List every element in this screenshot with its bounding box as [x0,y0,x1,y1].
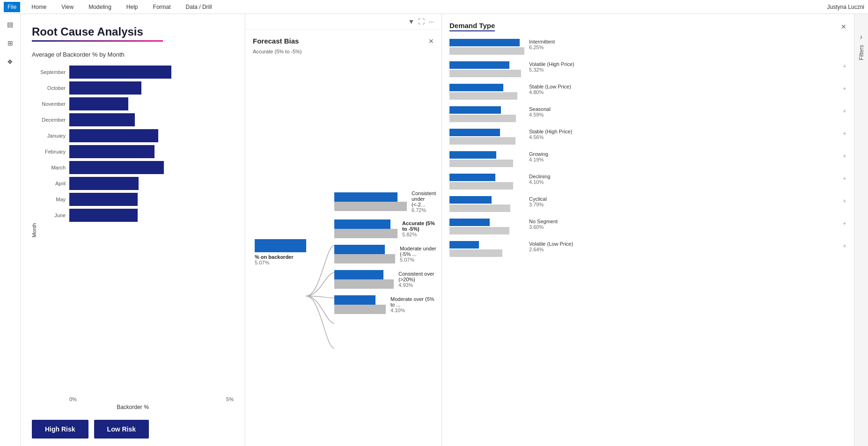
x-label-0: 0% [69,396,77,402]
tab-help[interactable]: Help [123,2,142,12]
button-row: High Risk Low Risk [32,420,234,439]
demand-bar-gray [449,182,513,190]
target-bar-wrap [334,270,394,289]
demand-plus-icon[interactable]: + [843,152,846,160]
bar-label: December [32,117,69,123]
bar-container [69,193,234,206]
main-layout: ▤ ⊞ ❖ Root Cause Analysis Average of Bac… [0,14,868,446]
low-risk-button[interactable]: Low Risk [94,420,149,439]
demand-bar-col [449,84,524,100]
more-icon[interactable]: ··· [428,18,434,25]
bar-row: December [32,113,234,126]
title-underline [32,40,163,42]
demand-info: Intermittent6.25% [529,39,555,50]
tab-file[interactable]: File [4,2,20,12]
target-bar-gray [334,305,386,314]
demand-name: No Segment [529,219,558,224]
source-value: 5.07% [255,260,306,265]
bar-row: September [32,66,234,79]
chart-title: Average of Backorder % by Month [32,51,234,58]
target-name: Moderate over (5% to ... [390,296,437,307]
demand-type-close[interactable]: ✕ [841,23,846,30]
target-bar-blue [334,245,385,254]
demand-name: Cyclical [529,196,547,202]
top-bar: File Home View Modeling Help Format Data… [0,0,868,14]
bar-fill [69,177,139,190]
demand-bar-gray [449,160,513,167]
bar-container [69,113,234,126]
target-info: Accurate (5% to -5%)5.82% [402,220,437,237]
demand-value: 5.32% [529,67,574,73]
tab-format[interactable]: Format [149,2,175,12]
sidebar-icon-layers[interactable]: ❖ [4,55,17,68]
source-bar [255,239,306,252]
demand-bar-blue [449,61,509,69]
demand-plus-icon[interactable]: + [843,62,846,70]
demand-plus-icon[interactable]: + [843,107,846,115]
bar-chart-wrapper: Month SeptemberOctoberNovemberDecemberJa… [32,66,234,410]
demand-bar-blue [449,106,501,114]
bar-container [69,81,234,95]
bar-row: November [32,97,234,110]
collapse-arrow[interactable]: › [860,33,862,41]
demand-name: Seasonal [529,106,551,112]
target-name: Moderate under (-5% ... [400,246,437,257]
target-name: Accurate (5% to -5%) [402,220,437,232]
sidebar-icon-bar-chart[interactable]: ▤ [4,18,17,31]
tab-view[interactable]: View [58,2,77,12]
bar-fill [69,145,154,158]
demand-plus-icon[interactable]: + [843,197,846,205]
demand-bar-blue [449,196,492,204]
target-value: 6.72% [412,207,437,213]
demand-info: Volatile (High Price)5.32% [529,61,574,73]
demand-plus-icon[interactable]: + [843,219,846,227]
demand-info: Volatile (Low Price)2.64% [529,241,573,252]
demand-bar-gray [449,205,510,212]
demand-bar-gray [449,115,516,122]
bar-row: February [32,145,234,158]
demand-plus-icon[interactable]: + [843,85,846,92]
sidebar-icon-table[interactable]: ⊞ [4,37,17,50]
source-node: % on backorder 5.07% [255,239,306,265]
x-label-1: 5% [226,396,234,402]
bar-fill [69,129,158,142]
target-bar-blue [334,192,397,202]
tab-data-drill[interactable]: Data / Drill [182,2,216,12]
demand-type-title: Demand Type [449,22,495,31]
high-risk-button[interactable]: High Risk [32,420,88,439]
demand-info: Stable (High Price)4.56% [529,129,572,140]
demand-plus-icon[interactable]: + [843,130,846,137]
bar-chart: SeptemberOctoberNovemberDecemberJanuaryF… [32,66,234,395]
user-name: Justyna Luczni [827,4,864,10]
tab-home[interactable]: Home [28,2,50,12]
demand-bar-gray [449,92,517,100]
bar-container [69,177,234,190]
source-label: % on backorder [255,254,306,260]
demand-info: No Segment3.60% [529,219,558,230]
tab-modeling[interactable]: Modeling [85,2,115,12]
bar-container [69,66,234,79]
x-axis: 0% 5% [69,396,234,402]
forecast-bias-title: Forecast Bias [253,37,299,45]
bar-fill [69,97,128,110]
target-bar-wrap [334,245,395,263]
demand-bar-col [449,196,524,212]
target-nodes: Consistent under (<-2...6.72%Accurate (5… [334,58,437,446]
filter-icon[interactable]: ▼ [408,18,414,25]
filters-label[interactable]: Filters [858,45,865,60]
bar-container [69,145,234,158]
forecast-bias-close[interactable]: ✕ [428,37,434,45]
demand-plus-icon[interactable]: + [843,242,846,249]
bar-fill [69,161,164,174]
demand-list: Intermittent6.25%Volatile (High Price)5.… [442,35,854,446]
demand-item: Stable (High Price)4.56%+ [449,129,846,145]
demand-info: Growing4.19% [529,151,548,162]
demand-name: Growing [529,151,548,157]
expand-icon[interactable]: ⛶ [418,18,425,25]
right-panel: Demand Type ✕ Intermittent6.25%Volatile … [442,14,854,446]
demand-bar-col [449,61,524,77]
bar-label: February [32,149,69,154]
demand-info: Cyclical3.79% [529,196,547,207]
bar-label: June [32,212,69,218]
demand-plus-icon[interactable]: + [843,175,846,182]
